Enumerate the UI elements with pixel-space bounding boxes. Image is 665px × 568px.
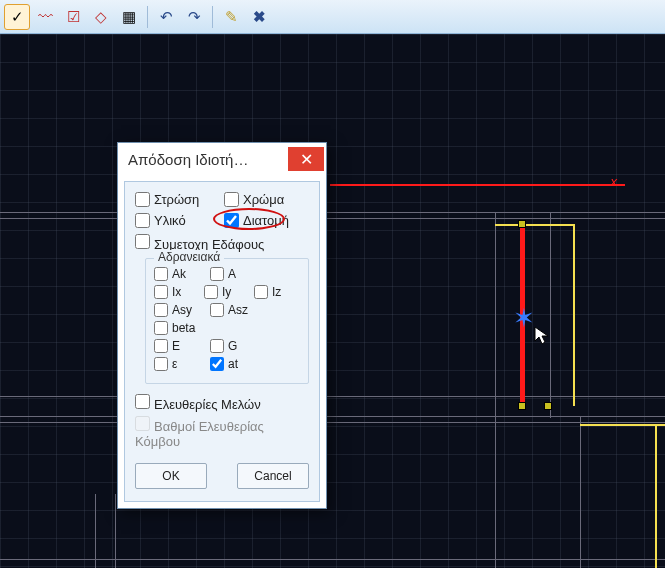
checkbox-asy[interactable]: Asy — [154, 303, 206, 317]
model-line — [550, 212, 551, 418]
checkbox-at[interactable]: at — [210, 357, 262, 371]
node[interactable] — [518, 220, 526, 228]
tb-separator — [147, 6, 148, 28]
checkbox-member-freedom[interactable]: Ελευθερίες Μελών — [135, 394, 261, 412]
toolbar: ✓ 〰 ☑ ◇ ▦ ↶ ↷ ✎ ✖ — [0, 0, 665, 34]
checkbox-asz[interactable]: Asz — [210, 303, 262, 317]
tb-icon-1[interactable]: ✓ — [4, 4, 30, 30]
dialog-body: Στρώση Χρώμα Υλικό Διατομή Συμετοχη Εδάφ… — [124, 181, 320, 502]
tb-icon-2[interactable]: 〰 — [32, 4, 58, 30]
yellow-line — [655, 424, 657, 568]
checkbox-eps[interactable]: ε — [154, 357, 206, 371]
node[interactable] — [518, 402, 526, 410]
model-line — [115, 494, 116, 568]
cancel-button[interactable]: Cancel — [237, 463, 309, 489]
model-line — [0, 218, 665, 219]
checkbox-material[interactable]: Υλικό — [135, 213, 220, 228]
model-line — [0, 559, 665, 560]
model-line — [0, 396, 665, 397]
model-line — [495, 212, 496, 568]
dialog-title: Απόδοση Ιδιοτή… — [128, 151, 288, 168]
brush-icon[interactable]: ✎ — [218, 4, 244, 30]
checkbox-iz[interactable]: Iz — [254, 285, 300, 299]
dialog-titlebar[interactable]: Απόδοση Ιδιοτή… ✕ — [118, 143, 326, 175]
assign-properties-dialog: Απόδοση Ιδιοτή… ✕ Στρώση Χρώμα Υλικό Δια… — [117, 142, 327, 509]
checkbox-layer[interactable]: Στρώση — [135, 192, 220, 207]
node[interactable] — [544, 402, 552, 410]
checkbox-e[interactable]: E — [154, 339, 206, 353]
axis-x — [330, 184, 625, 186]
ok-button[interactable]: OK — [135, 463, 207, 489]
model-line — [0, 422, 665, 423]
grid — [0, 34, 665, 568]
model-line — [95, 494, 96, 568]
checkbox-node-dof: Βαθμοί Ελευθερίας Κόμβου — [135, 416, 309, 449]
dialog-close-button[interactable]: ✕ — [288, 147, 324, 171]
close-icon[interactable]: ✖ — [246, 4, 272, 30]
checkbox-beta[interactable]: beta — [154, 321, 206, 335]
axis-x-label: x — [611, 174, 618, 189]
inertia-group-label: Αδρανειακά — [154, 250, 224, 264]
model-line — [0, 212, 665, 213]
undo-icon[interactable]: ↶ — [153, 4, 179, 30]
tb-icon-4[interactable]: ◇ — [88, 4, 114, 30]
checkbox-a[interactable]: A — [210, 267, 262, 281]
yellow-line — [580, 424, 665, 426]
tb-icon-3[interactable]: ☑ — [60, 4, 86, 30]
checkbox-iy[interactable]: Iy — [204, 285, 250, 299]
checkbox-color[interactable]: Χρώμα — [224, 192, 309, 207]
checkbox-ak[interactable]: Ak — [154, 267, 206, 281]
yellow-line — [573, 224, 575, 406]
tb-icon-5[interactable]: ▦ — [116, 4, 142, 30]
inertia-group: Αδρανειακά Ak A Ix Iy Iz Asy Asz beta E … — [145, 258, 309, 384]
checkbox-section[interactable]: Διατομή — [224, 213, 309, 228]
yellow-line — [495, 224, 575, 226]
redo-icon[interactable]: ↷ — [181, 4, 207, 30]
model-line — [0, 416, 665, 417]
tb-separator — [212, 6, 213, 28]
selected-member[interactable] — [520, 224, 525, 404]
checkbox-g[interactable]: G — [210, 339, 262, 353]
drawing-canvas[interactable]: x ✶ — [0, 34, 665, 568]
model-line — [580, 416, 581, 568]
checkbox-ix[interactable]: Ix — [154, 285, 200, 299]
